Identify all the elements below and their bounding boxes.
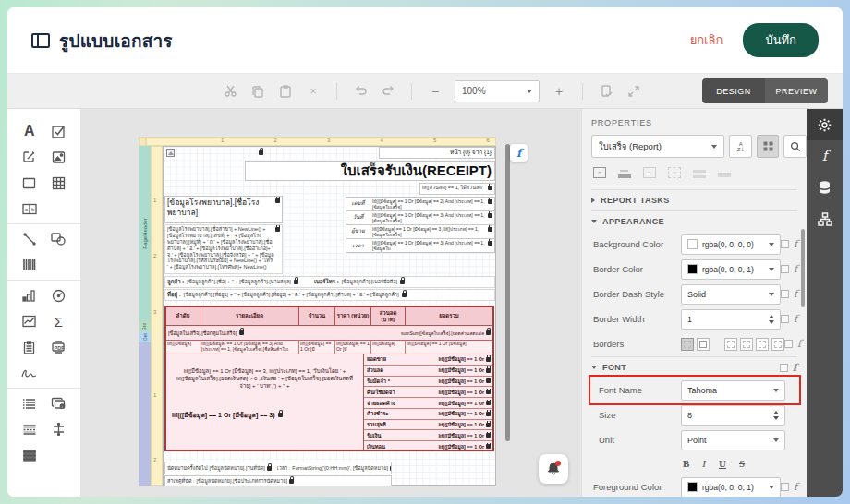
border-bottom-button[interactable] [740, 338, 753, 351]
copy-icon[interactable] [249, 83, 266, 100]
save-button[interactable]: บันทึก [743, 23, 819, 57]
zoom-in-icon[interactable]: + [551, 83, 567, 100]
gauge-tool-icon[interactable] [50, 287, 67, 304]
rail-properties-tab[interactable] [807, 109, 843, 140]
unit-dropdown[interactable]: Point [681, 430, 785, 450]
summary-row[interactable]: คืน/ใช้มัดจำ Iif(([มีข้อมูล] == 1 Or [364, 387, 492, 398]
fx-icon[interactable]: f [794, 289, 797, 299]
receipt-info-row[interactable]: ผู้ขาย Iif([มีข้อมูล] == 1 Or [มีข้อมูล]… [346, 225, 494, 239]
band-groupheader[interactable]: Gro [139, 321, 151, 331]
richtext-tool-icon[interactable] [21, 149, 38, 165]
fx-icon[interactable]: f [794, 482, 797, 492]
receipt-info-table[interactable]: เลขที่ Iif(([มีข้อมูล] == 1 Or [มีข้อมูล… [346, 197, 495, 253]
summary-row[interactable]: เงินทอน Iif(([มีข้อมูล] == 1 Or [364, 441, 492, 451]
band-footer[interactable] [139, 342, 151, 486]
properties-scrollbar[interactable] [801, 229, 805, 307]
property-checkbox[interactable] [781, 265, 789, 273]
report-page[interactable]: หน้า {0} จาก {1} ใบเสร็จรับเงิน(RECEIPT)… [163, 146, 496, 486]
border-top-button[interactable] [724, 338, 737, 351]
band-pageheader[interactable]: PageHeader [139, 146, 151, 321]
property-checkbox[interactable] [781, 315, 789, 323]
border-all-button[interactable] [681, 338, 694, 351]
page-break-tool-icon[interactable] [21, 421, 38, 438]
preview-tab[interactable]: PREVIEW [765, 78, 828, 103]
barcode-tool-icon[interactable] [21, 257, 38, 273]
discount-expression-field[interactable]: Iif([ส่วนลด] == 1,'ได้ส่วนลด' [419, 183, 495, 195]
summary-row[interactable]: ยอดขาย Iif(([มีข้อมูล] == 1 Or [364, 354, 492, 366]
receipt-info-row[interactable]: วันที่ Iif(([มีข้อมูล] == 1 Or [มีข้อมูล… [346, 211, 494, 225]
summary-row[interactable]: รับเงิน Iif(([มีข้อมูล] == 1 Or [364, 430, 492, 441]
subreport-tool-icon[interactable]: i [50, 395, 67, 412]
canvas-scrollbar[interactable] [505, 144, 510, 441]
math-formula-tool-icon[interactable]: Σ [50, 313, 67, 330]
hospital-address-field[interactable]: [ข้อมูลโรงพยาบาล].[ชื่อสาขา] + NewLine()… [164, 224, 283, 274]
col-header-total[interactable]: ยอดรวม [406, 307, 492, 325]
expression-fx-button[interactable]: f [510, 144, 528, 162]
stepper-arrows[interactable] [769, 315, 774, 324]
text-format-icon[interactable]: ≡ [593, 167, 606, 178]
detail-row[interactable]: Iif(([มีข้อมูล] Iif(([มีข้อมูล] == 1 Or … [166, 341, 492, 354]
chart-tool-icon[interactable] [21, 287, 38, 304]
band-stack-tool-icon[interactable] [21, 447, 38, 463]
property-checkbox[interactable] [780, 364, 788, 372]
property-checkbox[interactable] [781, 290, 789, 298]
text-tool-icon[interactable]: A [21, 123, 38, 139]
col-header-no[interactable]: ลำดับ [166, 307, 200, 325]
summary-row[interactable]: รวมสุทธิ Iif(([มีข้อมูล] == 1 Or [364, 420, 492, 431]
fx-icon[interactable]: f [794, 314, 797, 324]
bold-button[interactable]: B [683, 458, 689, 469]
fullscreen-icon[interactable] [625, 83, 642, 100]
fx-icon[interactable]: f [794, 264, 797, 274]
summary-row[interactable]: รับมัดจำ * Iif(([มีข้อมูล] == 1 Or [364, 377, 492, 388]
col-header-unit-price[interactable]: ราคา (หน่วย) [335, 307, 371, 325]
category-view-button[interactable] [757, 135, 780, 158]
italic-button[interactable]: I [702, 458, 706, 469]
zoom-level-select[interactable]: 100% [455, 80, 540, 102]
search-properties-button[interactable] [783, 135, 807, 158]
stepper-arrows[interactable] [773, 411, 779, 420]
appointment-row[interactable]: นัดหมายครั้งถัดไป [ข้อมูลนัดหมาย].[วันที… [164, 462, 392, 474]
section-font[interactable]: FONT f [591, 357, 807, 378]
paste-icon[interactable] [277, 83, 294, 100]
checkbox-tool-icon[interactable] [50, 123, 67, 139]
appointment-reason-row[interactable]: สาเหตุที่นัด : [ข้อมูลนัดหมาย].[ชื่อประเ… [164, 475, 392, 486]
hospital-name-field[interactable]: [ข้อมูลโรงพยาบาล].[ชื่อโรงพยาบาล] [164, 196, 283, 223]
delete-icon[interactable]: × [305, 83, 322, 100]
customer-row[interactable]: ลูกค้า : [ข้อมูลลูกค้า].[ชื่อ] + '' + [ข… [164, 276, 495, 288]
summary-row[interactable]: ส่วนลด Iif(([มีข้อมูล] == 1 Or [364, 366, 492, 377]
component-selector[interactable]: ใบเสร็จ (Report) [591, 135, 724, 158]
property-checkbox[interactable] [781, 240, 789, 248]
panel-tool-icon[interactable] [21, 174, 38, 191]
dashed-box-icon[interactable]: ≡ [668, 167, 681, 178]
line-tool-icon[interactable] [21, 231, 38, 247]
font-size-stepper[interactable]: 8 [681, 405, 785, 426]
signature-tool-icon[interactable] [21, 365, 38, 381]
zoom-out-icon[interactable]: − [427, 83, 443, 100]
fx-icon[interactable]: f [794, 239, 797, 249]
summary-row[interactable]: ค้างชำระ Iif(([มีข้อมูล] == 1 Or [364, 409, 492, 420]
sparkline-tool-icon[interactable] [21, 313, 38, 330]
items-table[interactable]: ลำดับ รายละเอียด จำนวน ราคา (หน่วย) ส่วน… [164, 306, 494, 451]
shape-tool-icon[interactable] [50, 231, 67, 247]
property-checkbox[interactable] [781, 483, 789, 491]
cancel-button[interactable]: ยกเลิก [690, 30, 723, 50]
design-tab[interactable]: DESIGN [702, 78, 765, 103]
notification-bell-button[interactable] [539, 454, 568, 484]
fx-icon[interactable]: f [797, 339, 801, 349]
image-tool-icon[interactable] [50, 149, 67, 165]
section-report-tasks[interactable]: REPORT TASKS [591, 190, 807, 210]
col-header-detail[interactable]: รายละเอียด [200, 307, 299, 325]
background-color-dropdown[interactable]: rgba(0, 0, 0, 0) [681, 234, 781, 255]
border-left-button[interactable] [756, 338, 769, 351]
columns-tool-icon[interactable]: ab [21, 200, 38, 217]
layout-icon[interactable]: = [643, 167, 656, 178]
design-canvas[interactable]: 123456 PageHeader Gro Det 1 2 3 1 2 หน้า… [81, 109, 581, 497]
summary-row[interactable]: จ่ายยอดค้าง Iif(([มีข้อมูล] == 1 Or [364, 398, 492, 409]
border-none-button[interactable] [697, 338, 710, 351]
vertical-spacer-tool-icon[interactable] [50, 421, 67, 438]
bar-icon[interactable] [718, 173, 731, 177]
border-right-button[interactable] [771, 338, 784, 351]
sort-az-button[interactable]: AZ↓ [729, 135, 752, 158]
border-width-stepper[interactable]: 1 [681, 309, 781, 330]
rail-functions-tab[interactable]: f [807, 140, 843, 172]
